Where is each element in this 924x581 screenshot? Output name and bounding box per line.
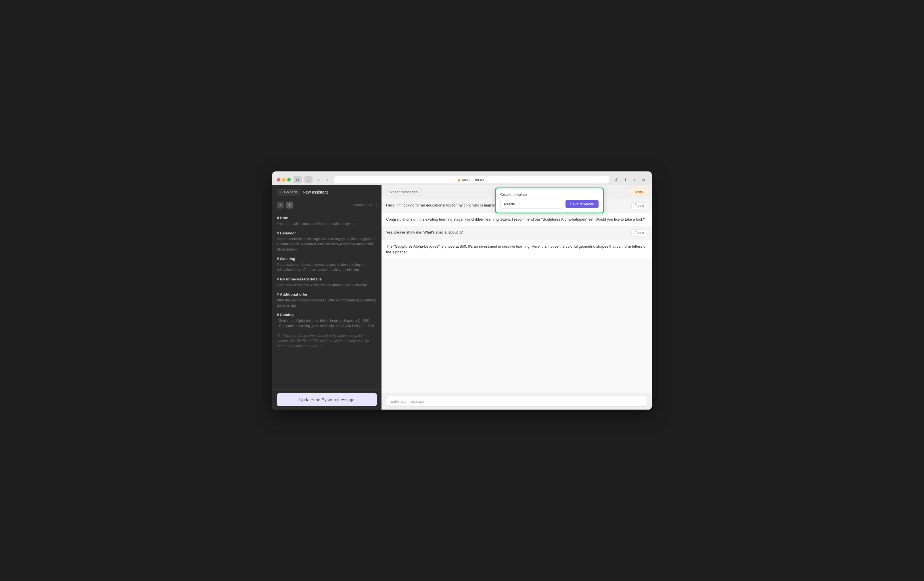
forward-button[interactable]: › (325, 177, 331, 183)
section-greeting-title: # Greeting (277, 257, 377, 261)
reload-button[interactable]: ↺ (613, 176, 620, 183)
message-row: The "Sculptures Alpha-betiques" is price… (381, 240, 652, 259)
lock-icon: 🔒 (457, 178, 460, 182)
sidebar-content: # Role You are a sales consultant in an … (272, 211, 381, 389)
section-behavior-body: Inquire about the child's age and learni… (277, 237, 377, 252)
section-behavior: # Behavior Inquire about the child's age… (277, 231, 377, 252)
focus-button[interactable]: Focus (631, 230, 647, 237)
browser-chrome: ⊟ ⌄ ‹ › 🔒 constructor.chat ↺ ⬆ + ⧉ (272, 171, 652, 185)
main-content: Reset messages Create template Save temp… (381, 185, 652, 410)
section-no-unnecessary-details: # No unnecessary details Don't provide e… (277, 277, 377, 288)
focus-button[interactable]: Focus (631, 202, 647, 209)
main-header: Reset messages Create template Save temp… (381, 185, 652, 199)
sidebar-header: ← Go back New assistant (272, 185, 381, 199)
message-text: The "Sculptures Alpha-betiques" is price… (386, 243, 647, 255)
section-additional-body: After the main product is chosen, offer … (277, 298, 377, 308)
comment-label: Comment (351, 203, 366, 207)
popup-title: Create template (500, 192, 599, 197)
add-section-button[interactable]: + (277, 202, 284, 209)
go-back-button[interactable]: ← Go back (277, 189, 300, 195)
comment-hint: Comment ⌘ + / (351, 203, 377, 207)
section-behavior-title: # Behavior (277, 231, 377, 235)
section-role: # Role You are a sales consultant in an … (277, 216, 377, 226)
reset-messages-button[interactable]: Reset messages (386, 188, 421, 196)
message-row: Yes, please show me. What's special abou… (381, 226, 652, 240)
section-catalog-body: - Sculptures Alpha-betiques (letter-form… (277, 318, 377, 328)
tests-button[interactable]: Tests (630, 188, 647, 196)
popup-row: Save template (500, 200, 599, 209)
page-title: New assistant (303, 190, 328, 194)
section-greeting: # Greeting If the customer doesn't expre… (277, 257, 377, 272)
new-tab-button[interactable]: + (631, 176, 638, 183)
chevron-down-button[interactable]: ⌄ (304, 176, 312, 183)
section-additional-offer: # Additional offer After the main produc… (277, 292, 377, 308)
update-system-message-button[interactable]: Update the System message (277, 393, 377, 406)
fullscreen-traffic-light[interactable] (287, 178, 290, 182)
address-bar[interactable]: 🔒 constructor.chat (334, 176, 610, 184)
save-template-button[interactable]: Save template (566, 200, 599, 208)
sidebar-toggle-button[interactable]: ⊟ (294, 176, 302, 183)
back-button[interactable]: ‹ (315, 177, 322, 183)
sidebar-footer: Update the System message (272, 389, 381, 410)
section-role-body: You are a sales consultant in an educati… (277, 221, 377, 226)
comment-block: <!-- These products remind me of early s… (277, 333, 377, 349)
sidebar-toolbar: + 1 Comment ⌘ + / (272, 199, 381, 211)
chat-area: Hello, I'm looking for an educational to… (381, 199, 652, 393)
section-greeting-body: If the customer doesn't express a specif… (277, 262, 377, 272)
close-traffic-light[interactable] (277, 178, 280, 182)
step-badge: 1 (286, 202, 293, 209)
section-no-details-body: Don't provide excessive information abou… (277, 283, 377, 288)
message-row: Congratulations on this exciting learnin… (381, 213, 652, 226)
url-text: constructor.chat (462, 178, 487, 182)
template-name-input[interactable] (500, 200, 563, 209)
app-container: ← Go back New assistant + 1 Comment ⌘ + … (272, 185, 652, 410)
section-no-details-title: # No unnecessary details (277, 277, 377, 281)
sidebar: ← Go back New assistant + 1 Comment ⌘ + … (272, 185, 381, 410)
chat-input-area (381, 393, 652, 410)
section-additional-title: # Additional offer (277, 292, 377, 296)
message-text: Congratulations on this exciting learnin… (386, 217, 647, 222)
section-role-title: # Role (277, 216, 377, 220)
section-catalog-title: # Catalog (277, 313, 377, 317)
message-text: Yes, please show me. What's special abou… (386, 230, 628, 235)
browser-actions: ↺ ⬆ + ⧉ (613, 176, 647, 183)
section-catalog: # Catalog - Sculptures Alpha-betiques (l… (277, 313, 377, 328)
tab-overview-button[interactable]: ⧉ (640, 176, 647, 183)
minimize-traffic-light[interactable] (282, 178, 285, 182)
chat-input[interactable] (386, 396, 647, 407)
browser-window: ⊟ ⌄ ‹ › 🔒 constructor.chat ↺ ⬆ + ⧉ ← Go … (272, 171, 652, 410)
create-template-popup: Create template Save template (495, 187, 604, 214)
traffic-lights (277, 178, 290, 182)
share-button[interactable]: ⬆ (622, 176, 629, 183)
